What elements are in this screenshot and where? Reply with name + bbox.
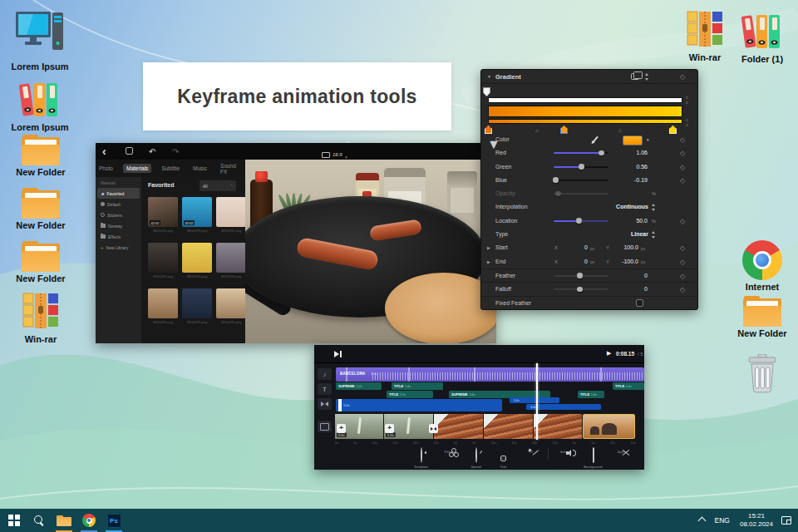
desktop-icon-winrar[interactable]: Win-rar xyxy=(9,293,72,345)
audio-track-icon[interactable] xyxy=(318,368,332,380)
taskbar-chrome[interactable] xyxy=(76,509,101,532)
sidebar-item-new-library[interactable]: New Library xyxy=(97,242,140,253)
title-clip[interactable]: SUPREME5.2s xyxy=(336,382,382,390)
slider-list-icon[interactable] xyxy=(686,123,688,127)
title-clip[interactable]: TITLE1.6s xyxy=(578,391,604,398)
gradient-strip[interactable] xyxy=(488,119,682,124)
transition-track-icon[interactable] xyxy=(318,398,332,410)
sidebar-item-favorited[interactable]: Favorited xyxy=(97,188,140,199)
desktop-icon-new-folder-right[interactable]: New Folder xyxy=(731,296,794,339)
tool-template[interactable]: Template xyxy=(407,448,435,469)
materials-filter-dropdown[interactable]: All ⌃ xyxy=(200,180,236,191)
taskbar-file-explorer[interactable] xyxy=(52,509,76,532)
start-x-value[interactable]: 0 xyxy=(568,244,588,250)
material-thumbnail[interactable] xyxy=(148,243,178,273)
end-x-value[interactable]: 0 xyxy=(568,259,588,264)
keyframe-diamond-icon[interactable] xyxy=(680,286,685,293)
video-clip[interactable] xyxy=(534,414,582,439)
taskbar-photoshop[interactable]: Ps xyxy=(101,509,126,532)
title-clip[interactable]: TITLE2.2s xyxy=(387,391,433,398)
desktop-icon-internet[interactable]: Internet xyxy=(731,240,794,293)
stepper-icon[interactable] xyxy=(652,231,656,239)
add-clip-button[interactable] xyxy=(385,424,394,433)
title-clip[interactable]: TITLE2.0s xyxy=(613,382,644,390)
keyframe-diamond-icon[interactable] xyxy=(680,73,685,81)
desktop-icon-folder-archive[interactable]: Folder (1) xyxy=(731,12,794,65)
stepper-icon[interactable] xyxy=(645,73,649,81)
play-icon[interactable] xyxy=(607,350,611,357)
keyframe-diamond-icon[interactable] xyxy=(680,244,685,252)
material-thumbnail[interactable] xyxy=(182,243,212,273)
chevron-down-icon[interactable] xyxy=(647,137,649,142)
undo-icon[interactable] xyxy=(149,145,155,158)
tab-photo[interactable]: Photo xyxy=(96,164,116,173)
opacity-bar[interactable] xyxy=(488,97,682,103)
feather-slider[interactable] xyxy=(554,275,608,277)
tab-music[interactable]: Music xyxy=(190,164,210,173)
keyframe-diamond-icon[interactable] xyxy=(680,273,685,280)
desktop-icon-computer[interactable]: Lorem Ipsum xyxy=(8,10,71,72)
material-thumbnail[interactable]: 42:02 xyxy=(148,197,178,227)
red-value[interactable]: 1.06 xyxy=(636,150,648,155)
disclosure-triangle-icon[interactable] xyxy=(487,74,491,79)
desktop-icon-binders[interactable]: Lorem Ipsum xyxy=(8,81,71,133)
redo-icon[interactable] xyxy=(172,145,179,158)
desktop-icon-winrar-top[interactable]: Win-rar xyxy=(673,11,736,63)
tool-volume[interactable]: Volume xyxy=(552,448,579,454)
effect-clip[interactable]: 5.0s xyxy=(336,399,502,411)
desktop-icon-new-folder-3[interactable]: New Folder xyxy=(9,241,72,284)
tool-speed[interactable]: Speed xyxy=(462,448,490,469)
slider-list-icon[interactable] xyxy=(686,101,688,105)
disclosure-triangle-icon[interactable] xyxy=(487,245,490,250)
material-thumbnail[interactable]: 42:02 xyxy=(182,197,212,227)
tool-background[interactable]: Background xyxy=(579,448,607,469)
video-clip[interactable] xyxy=(484,414,533,439)
material-thumbnail[interactable] xyxy=(216,288,246,318)
audio-clip[interactable]: BARCELONA 3.0s xyxy=(336,367,644,382)
stepper-icon[interactable] xyxy=(652,204,656,211)
sidebar-item-norway[interactable]: Norway xyxy=(97,220,140,231)
playhead[interactable] xyxy=(536,363,538,440)
title-clip[interactable]: TITLE1.4s xyxy=(392,382,443,390)
red-slider[interactable] xyxy=(554,152,608,154)
midpoint-marker[interactable] xyxy=(618,127,622,132)
material-thumbnail[interactable] xyxy=(216,243,246,273)
material-thumbnail[interactable] xyxy=(182,288,212,318)
video-clip[interactable] xyxy=(434,414,483,439)
back-icon[interactable] xyxy=(102,145,106,158)
type-select[interactable]: Linear xyxy=(631,231,648,237)
add-clip-button[interactable] xyxy=(337,424,346,433)
video-track-icon[interactable] xyxy=(318,421,332,432)
end-y-value[interactable]: -100.0 xyxy=(611,259,638,264)
preset-icon[interactable] xyxy=(631,73,639,80)
sidebar-item-default[interactable]: Default xyxy=(97,199,140,209)
desktop-icon-new-folder-2[interactable]: New Folder xyxy=(9,188,72,231)
keyframe-diamond-icon[interactable] xyxy=(680,136,685,144)
blue-slider[interactable] xyxy=(554,180,608,181)
sidebar-item-effects[interactable]: Effects xyxy=(97,231,140,242)
interpolation-select[interactable]: Continuous xyxy=(616,204,648,209)
device-icon[interactable] xyxy=(126,147,133,155)
title-track-icon[interactable] xyxy=(318,383,332,395)
midpoint-marker[interactable] xyxy=(535,127,539,132)
feather-value[interactable]: 0 xyxy=(644,273,648,278)
blue-value[interactable]: -0.19 xyxy=(634,177,648,183)
green-slider[interactable] xyxy=(554,166,608,168)
keyframe-diamond-icon[interactable] xyxy=(680,218,685,225)
keyframe-diamond-icon[interactable] xyxy=(680,150,685,157)
taskbar-search-button[interactable] xyxy=(27,509,52,532)
keyframe-diamond-icon[interactable] xyxy=(680,164,685,171)
tab-materials[interactable]: Materials xyxy=(123,164,151,173)
tab-soundfx[interactable]: Sound FX xyxy=(217,161,245,176)
fixed-feather-checkbox[interactable] xyxy=(636,299,643,307)
desktop-icon-new-folder-1[interactable]: New Folder xyxy=(9,135,72,178)
green-value[interactable]: 0.56 xyxy=(636,164,648,170)
location-value[interactable]: 50.0 xyxy=(636,218,648,224)
start-y-value[interactable]: 100.0 xyxy=(611,244,638,250)
start-button[interactable] xyxy=(2,509,27,532)
location-slider[interactable] xyxy=(554,220,608,222)
skip-end-icon[interactable] xyxy=(334,351,342,357)
sidebar-item-stickers[interactable]: Stickers xyxy=(97,209,140,220)
effect-clip[interactable]: 3.0s xyxy=(526,404,601,410)
language-indicator[interactable]: ENG xyxy=(715,516,730,525)
